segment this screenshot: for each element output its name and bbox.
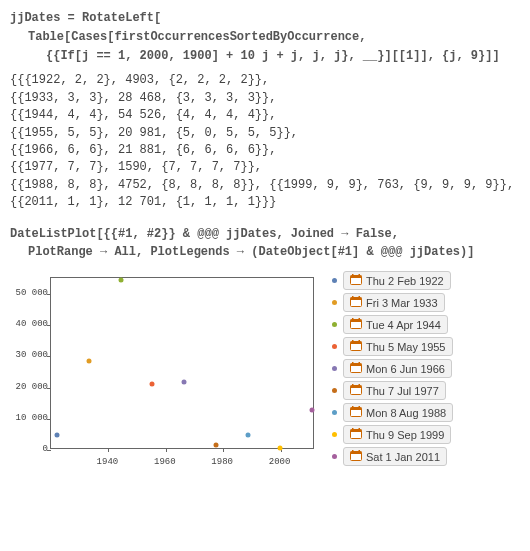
calendar-icon (350, 406, 362, 419)
legend-dot (332, 300, 337, 305)
date-object-box[interactable]: Mon 8 Aug 1988 (343, 403, 453, 422)
svg-rect-34 (352, 450, 354, 453)
y-tick-label: 50 000 (10, 288, 48, 298)
legend-item: Thu 5 May 1955 (332, 337, 453, 356)
legend-label: Tue 4 Apr 1944 (366, 319, 441, 331)
svg-rect-10 (352, 318, 354, 321)
y-tick-label: 10 000 (10, 413, 48, 423)
legend-item: Fri 3 Mar 1933 (332, 293, 453, 312)
data-point (310, 408, 315, 413)
date-object-box[interactable]: Mon 6 Jun 1966 (343, 359, 452, 378)
legend-label: Mon 8 Aug 1988 (366, 407, 446, 419)
svg-rect-7 (359, 296, 361, 299)
legend-item: Tue 4 Apr 1944 (332, 315, 453, 334)
calendar-icon (350, 384, 362, 397)
y-tick-label: 0 (10, 444, 48, 454)
x-tick-mark (223, 448, 224, 452)
calendar-icon (350, 362, 362, 375)
output-line: {{1933, 3, 3}, 28 468, {3, 3, 3, 3}}, (10, 90, 520, 107)
legend-dot (332, 388, 337, 393)
output-line: {{1944, 4, 4}, 54 526, {4, 4, 4, 4}}, (10, 107, 520, 124)
legend-dot (332, 322, 337, 327)
legend-item: Thu 9 Sep 1999 (332, 425, 453, 444)
calendar-icon (350, 318, 362, 331)
code-line: jjDates = RotateLeft[ (10, 10, 520, 27)
y-tick-label: 40 000 (10, 319, 48, 329)
output-line: {{1988, 8, 8}, 4752, {8, 8, 8, 8}}, {{19… (10, 177, 520, 194)
data-point (150, 382, 155, 387)
data-point (214, 443, 219, 448)
svg-rect-2 (352, 274, 354, 277)
date-list-plot: 010 00020 00030 00040 00050 000194019601… (10, 271, 320, 471)
data-point (54, 432, 59, 437)
svg-rect-3 (359, 274, 361, 277)
y-tick-label: 30 000 (10, 350, 48, 360)
svg-rect-19 (359, 362, 361, 365)
date-object-box[interactable]: Fri 3 Mar 1933 (343, 293, 445, 312)
calendar-icon (350, 274, 362, 287)
svg-rect-11 (359, 318, 361, 321)
legend-dot (332, 410, 337, 415)
legend-item: Sat 1 Jan 2011 (332, 447, 453, 466)
legend-label: Sat 1 Jan 2011 (366, 451, 440, 463)
x-tick-label: 2000 (269, 457, 291, 467)
legend-label: Thu 5 May 1955 (366, 341, 446, 353)
date-object-box[interactable]: Thu 7 Jul 1977 (343, 381, 446, 400)
output-line: {{{1922, 2, 2}, 4903, {2, 2, 2, 2}}, (10, 72, 520, 89)
plot-legend: Thu 2 Feb 1922Fri 3 Mar 1933Tue 4 Apr 19… (332, 271, 453, 466)
svg-rect-27 (359, 406, 361, 409)
data-point (277, 445, 282, 450)
svg-rect-23 (359, 384, 361, 387)
legend-dot (332, 454, 337, 459)
svg-rect-6 (352, 296, 354, 299)
legend-dot (332, 432, 337, 437)
legend-item: Mon 8 Aug 1988 (332, 403, 453, 422)
x-tick-label: 1960 (154, 457, 176, 467)
svg-rect-35 (359, 450, 361, 453)
output-line: {{2011, 1, 1}, 12 701, {1, 1, 1, 1}}} (10, 194, 520, 211)
legend-label: Thu 7 Jul 1977 (366, 385, 439, 397)
data-point (182, 379, 187, 384)
legend-label: Thu 2 Feb 1922 (366, 275, 444, 287)
legend-label: Mon 6 Jun 1966 (366, 363, 445, 375)
legend-dot (332, 366, 337, 371)
svg-rect-26 (352, 406, 354, 409)
legend-label: Fri 3 Mar 1933 (366, 297, 438, 309)
svg-rect-18 (352, 362, 354, 365)
legend-dot (332, 278, 337, 283)
x-tick-label: 1940 (97, 457, 119, 467)
svg-rect-15 (359, 340, 361, 343)
plot-frame (50, 277, 314, 449)
x-tick-label: 1980 (211, 457, 233, 467)
data-point (245, 433, 250, 438)
calendar-icon (350, 296, 362, 309)
svg-rect-31 (359, 428, 361, 431)
svg-rect-30 (352, 428, 354, 431)
svg-rect-22 (352, 384, 354, 387)
x-tick-mark (108, 448, 109, 452)
date-object-box[interactable]: Tue 4 Apr 1944 (343, 315, 448, 334)
legend-item: Mon 6 Jun 1966 (332, 359, 453, 378)
date-object-box[interactable]: Thu 5 May 1955 (343, 337, 453, 356)
legend-item: Thu 7 Jul 1977 (332, 381, 453, 400)
code-line: DateListPlot[{{#1, #2}} & @@@ jjDates, J… (10, 226, 520, 243)
calendar-icon (350, 340, 362, 353)
y-tick-label: 20 000 (10, 382, 48, 392)
data-point (118, 277, 123, 282)
date-object-box[interactable]: Thu 9 Sep 1999 (343, 425, 451, 444)
data-point (86, 359, 91, 364)
code-line: Table[Cases[firstOccurrencesSortedByOccu… (10, 29, 520, 46)
legend-item: Thu 2 Feb 1922 (332, 271, 453, 290)
code-line: {{If[j == 1, 2000, 1900] + 10 j + j, j, … (10, 48, 520, 65)
calendar-icon (350, 450, 362, 463)
legend-dot (332, 344, 337, 349)
legend-label: Thu 9 Sep 1999 (366, 429, 444, 441)
output-block: {{{1922, 2, 2}, 4903, {2, 2, 2, 2}}, {{1… (10, 72, 520, 211)
code-line: PlotRange → All, PlotLegends → (DateObje… (10, 244, 520, 261)
plot-row: 010 00020 00030 00040 00050 000194019601… (10, 271, 520, 471)
calendar-icon (350, 428, 362, 441)
date-object-box[interactable]: Thu 2 Feb 1922 (343, 271, 451, 290)
date-object-box[interactable]: Sat 1 Jan 2011 (343, 447, 447, 466)
svg-rect-14 (352, 340, 354, 343)
output-line: {{1955, 5, 5}, 20 981, {5, 0, 5, 5, 5}}, (10, 125, 520, 142)
